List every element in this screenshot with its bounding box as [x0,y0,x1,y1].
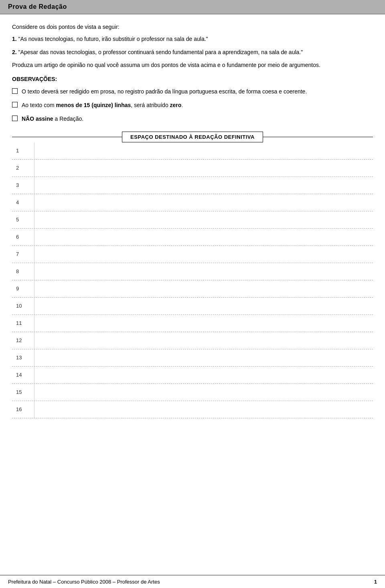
page-wrapper: Prova de Redação Considere os dois ponto… [0,0,385,588]
writing-row[interactable]: 16 [12,401,373,418]
question2-text: "Apesar das novas tecnologias, o profess… [18,49,303,55]
espaco-header: ESPAÇO DESTINADO À REDAÇÃO DEFINITIVA [12,132,373,142]
line-content[interactable] [34,194,373,211]
footer-text: Prefeitura do Natal – Concurso Público 2… [8,579,160,585]
obs2-text: Ao texto com menos de 15 (quinze) linhas… [22,101,373,109]
writing-row[interactable]: 7 [12,246,373,263]
line-number: 5 [12,217,34,223]
line-number: 7 [12,251,34,257]
line-number: 4 [12,199,34,205]
obs-item-1: O texto deverá ser redigido em prosa, no… [12,87,373,96]
content-area: Considere os dois pontos de vista a segu… [0,14,385,575]
line-number: 11 [12,320,34,326]
line-content[interactable] [34,298,373,314]
line-number: 6 [12,234,34,240]
footer-bar: Prefeitura do Natal – Concurso Público 2… [0,575,385,588]
line-content[interactable] [34,177,373,194]
obs3-after: a Redação. [53,116,84,122]
obs-bullet-2 [12,102,18,107]
line-number: 8 [12,268,34,274]
line-content[interactable] [34,211,373,228]
line-content[interactable] [34,263,373,280]
obs1-text: O texto deverá ser redigido em prosa, no… [22,87,373,96]
footer-page: 1 [374,579,377,585]
obs2-after: , será atribuído [131,102,170,108]
writing-row[interactable]: 5 [12,211,373,229]
writing-row[interactable]: 10 [12,298,373,315]
writing-row[interactable]: 15 [12,384,373,401]
espaco-line-left [12,137,122,137]
line-number: 13 [12,355,34,361]
line-content[interactable] [34,315,373,332]
espaco-label: ESPAÇO DESTINADO À REDAÇÃO DEFINITIVA [122,132,263,142]
writing-row[interactable]: 14 [12,367,373,384]
obs-bullet-3 [12,116,18,121]
line-number: 10 [12,303,34,309]
writing-row[interactable]: 12 [12,332,373,349]
line-content[interactable] [34,229,373,245]
line-number: 1 [12,148,34,154]
writing-row[interactable]: 4 [12,194,373,211]
question1-number: 1. [12,36,17,42]
obs2-end: . [181,102,183,108]
writing-row[interactable]: 1 [12,142,373,160]
question-2: 2. "Apesar das novas tecnologias, o prof… [12,48,373,57]
writing-row[interactable]: 2 [12,160,373,177]
obs-item-2: Ao texto com menos de 15 (quinze) linhas… [12,101,373,109]
line-number: 16 [12,406,34,412]
line-content[interactable] [34,160,373,176]
line-number: 14 [12,372,34,378]
line-content[interactable] [34,401,373,418]
line-content[interactable] [34,246,373,263]
obs-item-3: NÃO assine a Redação. [12,114,373,123]
intro-text: Considere os dois pontos de vista a segu… [12,22,373,31]
obs2-bold: menos de 15 (quinze) linhas [56,102,131,108]
obs-bullet-1 [12,88,18,94]
writing-row[interactable]: 13 [12,349,373,367]
writing-row[interactable]: 6 [12,229,373,246]
writing-row[interactable]: 8 [12,263,373,280]
page-title: Prova de Redação [8,3,377,10]
obs2-zero: zero [170,102,182,108]
line-number: 15 [12,389,34,395]
line-number: 3 [12,182,34,188]
line-content[interactable] [34,349,373,366]
obs2-before: Ao texto com [22,102,56,108]
line-content[interactable] [34,367,373,383]
obs3-bold: NÃO assine [22,116,53,122]
espaco-line-right [263,137,373,137]
question1-text: "As novas tecnologias, no futuro, irão s… [18,36,208,42]
line-number: 2 [12,165,34,171]
obs3-text: NÃO assine a Redação. [22,114,373,123]
writing-area: 12345678910111213141516 [12,142,373,418]
header-bar: Prova de Redação [0,0,385,14]
writing-row[interactable]: 11 [12,315,373,332]
writing-row[interactable]: 9 [12,280,373,298]
produce-text: Produza um artigo de opinião no qual voc… [12,61,373,69]
line-content[interactable] [34,332,373,349]
writing-row[interactable]: 3 [12,177,373,194]
question2-number: 2. [12,49,17,55]
line-content[interactable] [34,384,373,401]
line-content[interactable] [34,142,373,159]
question-1: 1. "As novas tecnologias, no futuro, irã… [12,34,373,43]
line-number: 9 [12,286,34,292]
line-number: 12 [12,337,34,343]
observacoes-title: OBSERVAÇÕES: [12,76,373,82]
line-content[interactable] [34,280,373,297]
